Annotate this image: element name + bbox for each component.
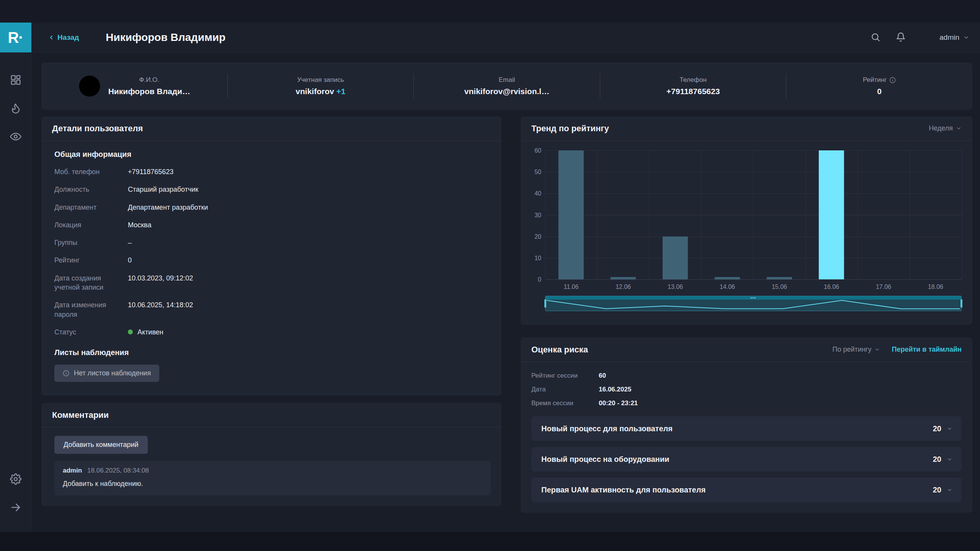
comments-panel: Комментарии Добавить комментарий admin 1… (41, 403, 501, 506)
right-column: Тренд по рейтингу Неделя 0102030405060 (521, 116, 972, 513)
watchlists-heading: Листы наблюдения (54, 348, 491, 357)
email-value: vnikiforov@rvision.l… (464, 87, 549, 96)
bell-icon[interactable] (896, 32, 906, 43)
details-header: Детали пользователя (41, 116, 501, 141)
field-row: Группы– (54, 238, 491, 247)
chevron-down-icon (874, 347, 880, 352)
field-row: ЛокацияМосква (54, 220, 491, 230)
chart-gridline-v (962, 151, 962, 280)
chart-title: Тренд по рейтингу (531, 124, 609, 134)
comments-title: Комментарии (52, 410, 109, 420)
gear-icon[interactable] (10, 473, 22, 485)
chart-xtick-label: 18.06 (910, 284, 962, 290)
account-label: Учетная запись (297, 76, 344, 84)
chart-xtick-label: 12.06 (597, 284, 649, 290)
comment-author: admin (63, 467, 82, 474)
navigator-handle-right[interactable] (960, 299, 962, 308)
chart-bar-14.06 (715, 277, 740, 279)
comment-text: Добавить к наблюдению. (63, 480, 482, 488)
chart-gridline-v (805, 151, 806, 280)
field-row: ДолжностьСтарший разработчик (54, 185, 491, 194)
risk-row-new-process-user[interactable]: Новый процесс для пользователя 20 (531, 416, 962, 441)
risk-header-actions: По рейтингу Перейти в таймлайн (833, 346, 962, 354)
eye-icon[interactable] (10, 130, 22, 143)
chart-ytick-label: 40 (534, 190, 541, 197)
arrow-right-icon[interactable] (10, 501, 22, 514)
general-info-heading: Общая информация (54, 150, 491, 159)
chart-gridline-v (701, 151, 702, 280)
comments-header: Комментарии (41, 403, 501, 427)
chart-gridline-v (910, 151, 910, 280)
chart-xtick-label: 17.06 (858, 284, 910, 290)
chevron-down-icon (947, 426, 952, 432)
status-row: Статус Активен (54, 328, 491, 337)
topbar-actions: admin (871, 32, 969, 43)
chart-ytick-label: 0 (538, 276, 541, 283)
risk-row-first-uam-activity[interactable]: Первая UAM активность для пользователя 2… (531, 478, 962, 502)
risk-field: Дата16.06.2025 (531, 386, 962, 393)
chart-xtick-label: 11.06 (545, 284, 597, 290)
chart-xtick-label: 16.06 (805, 284, 858, 290)
user-details-panel: Детали пользователя Общая информация Моб… (41, 116, 501, 396)
status-value: Активен (128, 328, 163, 337)
field-row: Рейтинг0 (54, 256, 491, 265)
watchlists-empty-text: Нет листов наблюдения (74, 369, 151, 377)
chart-header: Тренд по рейтингу Неделя (521, 116, 972, 141)
columns: Детали пользователя Общая информация Моб… (41, 116, 972, 513)
chart-bar-15.06 (767, 277, 792, 279)
app-logo[interactable]: R· (0, 23, 31, 52)
info-icon[interactable] (889, 77, 896, 83)
chevron-down-icon (947, 487, 952, 493)
chart-gridline-v (649, 151, 650, 280)
phone-label: Телефон (679, 76, 707, 84)
comments-body: Добавить комментарий admin 18.06.2025, 0… (41, 427, 501, 496)
risk-rows: Новый процесс для пользователя 20 Новый … (531, 416, 962, 502)
chart-navigator[interactable] (545, 296, 962, 311)
risk-field: Рейтинг сессии60 (531, 372, 962, 380)
status-dot (128, 329, 133, 334)
chart-area: 0102030405060 11.0612.0613.0614.0615.061… (521, 141, 972, 311)
phone-value: +79118765623 (666, 87, 720, 96)
sidebar-bottom (10, 473, 22, 532)
navigator-line (545, 299, 962, 311)
period-selector[interactable]: Неделя (929, 124, 962, 132)
comment-item: admin 18.06.2025, 08:34:08 Добавить к на… (54, 461, 491, 496)
risk-header: Оценка риска По рейтингу Перейти в таймл… (521, 337, 972, 362)
app-shell: R· Назад (0, 23, 980, 532)
risk-sort-selector[interactable]: По рейтингу (833, 346, 880, 354)
search-icon[interactable] (871, 32, 881, 43)
dashboard-icon[interactable] (10, 74, 22, 86)
back-button[interactable]: Назад (48, 33, 79, 42)
account-value: vnikiforov +1 (296, 87, 345, 96)
user-menu[interactable]: admin (939, 33, 969, 42)
chart-xtick-label: 13.06 (649, 284, 701, 290)
account-more-badge[interactable]: +1 (336, 87, 346, 96)
rating-chart-xlabels: 11.0612.0613.0614.0615.0616.0617.0618.06 (545, 284, 962, 290)
page-title: Никифоров Владимир (106, 31, 225, 44)
chart-bar-16.06 (819, 150, 844, 279)
field-row: ДепартаментДепартамент разработки (54, 203, 491, 212)
info-icon (63, 370, 69, 377)
rating-chart-ylabels: 0102030405060 (529, 151, 545, 280)
details-body: Общая информация Моб. телефон+7911876562… (41, 141, 501, 396)
add-comment-button[interactable]: Добавить комментарий (54, 436, 148, 454)
chart-ytick-label: 60 (534, 147, 541, 154)
risk-sort-label: По рейтингу (833, 346, 872, 354)
chart-gridline-v (858, 151, 858, 280)
infobar-section-fio: Ф.И.О. Никифоров Влади… (41, 62, 227, 110)
status-label: Статус (54, 328, 128, 337)
top-strip (0, 0, 980, 23)
period-selector-label: Неделя (929, 124, 953, 132)
rating-label: Рейтинг (863, 76, 896, 84)
go-to-timeline-link[interactable]: Перейти в таймлайн (892, 346, 962, 354)
fio-label: Ф.И.О. (108, 76, 190, 84)
sidebar: R· (0, 23, 31, 532)
sidebar-nav (10, 52, 22, 143)
chart-bar-11.06 (559, 150, 584, 279)
risk-row-new-process-equipment[interactable]: Новый процесс на оборудовании 20 (531, 447, 962, 471)
chart-ytick-label: 30 (534, 212, 541, 219)
infobar-section-account: Учетная запись vnikiforov +1 (228, 62, 414, 110)
flame-icon[interactable] (10, 102, 22, 114)
field-row: Дата создания учетной записи10.03.2023, … (54, 274, 491, 292)
navigator-handle-left[interactable] (544, 299, 546, 308)
